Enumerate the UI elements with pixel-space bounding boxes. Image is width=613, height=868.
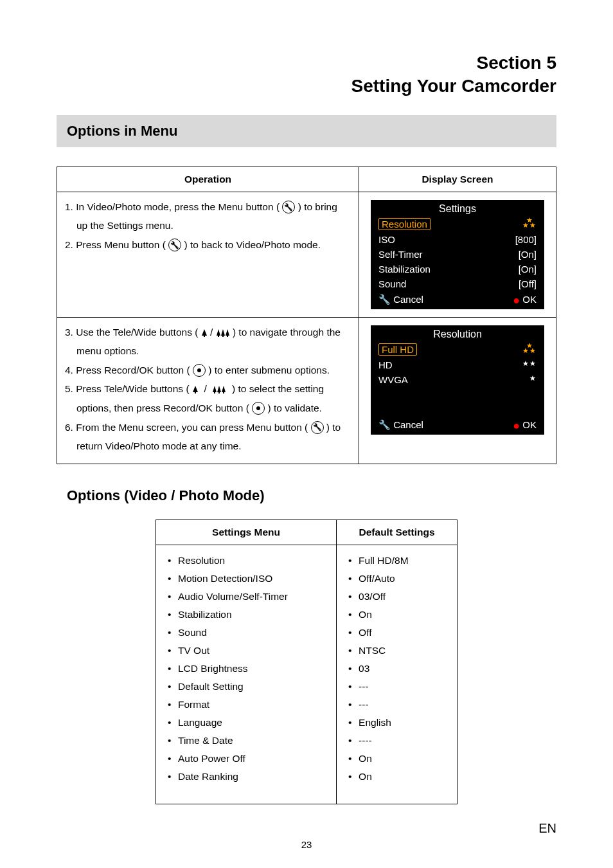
- wide-icon: [216, 328, 230, 337]
- record-dot-icon: ●: [513, 419, 520, 432]
- svg-rect-9: [195, 392, 196, 393]
- svg-marker-2: [217, 329, 220, 336]
- list-item: On: [346, 768, 448, 786]
- list-item: Resolution: [165, 552, 327, 570]
- section-title: Section 5 Setting Your Camcorder: [57, 51, 556, 98]
- lcd-row-selftimer: Self-Timer [On]: [371, 247, 544, 262]
- three-star-icon: ★★★: [522, 218, 537, 230]
- lcd-title: Resolution: [371, 325, 544, 341]
- lcd-cancel: 🔧 Cancel: [378, 419, 423, 431]
- svg-rect-13: [218, 392, 220, 393]
- list-item: Time & Date: [165, 732, 327, 750]
- list-item: Auto Power Off: [165, 750, 327, 768]
- menu-button-icon: [282, 201, 295, 213]
- lcd-ok: ● OK: [513, 294, 537, 305]
- lcd-row-fullhd: Full HD ★★★: [371, 341, 544, 357]
- list-item: ---: [346, 696, 448, 714]
- default-settings-list: Full HD/8M Off/Auto 03/Off On Off NTSC 0…: [346, 552, 448, 786]
- svg-marker-12: [217, 386, 221, 392]
- step-1-line2: up the Settings menu.: [65, 217, 351, 234]
- one-star-icon: ★: [529, 374, 537, 385]
- settings-table: Settings Menu Default Settings Resolutio…: [155, 520, 458, 804]
- list-item: Audio Volume/Self-Timer: [165, 588, 327, 606]
- svg-rect-7: [227, 335, 228, 337]
- list-item: Off/Auto: [346, 570, 448, 588]
- lcd-row-wvga: WVGA ★: [371, 372, 544, 387]
- settings-menu-cell: Resolution Motion Detection/ISO Audio Vo…: [156, 545, 337, 804]
- svg-marker-10: [213, 386, 217, 392]
- display-cell-2: Resolution Full HD ★★★ HD ★★ WVGA ★: [359, 317, 556, 464]
- lcd-footer: 🔧 Cancel ● OK: [371, 417, 544, 435]
- operation-table: Operation Display Screen 1. In Video/Pho…: [57, 167, 556, 464]
- lcd-row-iso: ISO [800]: [371, 232, 544, 247]
- tele-icon: [192, 384, 199, 393]
- step-3-line2: menu options.: [65, 343, 351, 359]
- list-item: Default Setting: [165, 678, 327, 696]
- svg-rect-3: [218, 335, 219, 337]
- display-cell-1: Settings Resolution ★★★ ISO [800] Self-T…: [359, 192, 556, 317]
- svg-rect-5: [222, 335, 224, 337]
- step-6-line1: 6. From the Menu screen, you can press M…: [65, 419, 351, 436]
- op-cell-1: 1. In Video/Photo mode, press the Menu b…: [57, 192, 359, 317]
- section-heading: Setting Your Camcorder: [351, 76, 556, 96]
- record-ok-button-icon: [252, 402, 265, 415]
- two-star-icon: ★★: [522, 359, 537, 370]
- col-header-operation: Operation: [57, 167, 359, 192]
- list-item: ---: [346, 678, 448, 696]
- svg-rect-11: [214, 392, 215, 393]
- list-item: On: [346, 750, 448, 768]
- language-label: EN: [538, 821, 556, 836]
- list-item: Format: [165, 696, 327, 714]
- list-item: NTSC: [346, 642, 448, 660]
- lcd-row-resolution: Resolution ★★★: [371, 216, 544, 232]
- list-item: Date Ranking: [165, 768, 327, 786]
- list-item: 03: [346, 660, 448, 678]
- record-ok-button-icon: [193, 364, 206, 377]
- wrench-icon: 🔧: [378, 419, 391, 430]
- step-3-line1: 3. Use the Tele/Wide buttons ( / ) to na…: [65, 324, 351, 341]
- list-item: Full HD/8M: [346, 552, 448, 570]
- svg-marker-8: [193, 386, 198, 392]
- svg-rect-1: [204, 335, 205, 337]
- list-item: Language: [165, 714, 327, 732]
- list-item: English: [346, 714, 448, 732]
- op-row-2: 3. Use the Tele/Wide buttons ( / ) to na…: [57, 317, 556, 464]
- list-item: Stabilization: [165, 606, 327, 624]
- svg-marker-0: [202, 329, 207, 336]
- step-6-line2: return Video/Photo mode at any time.: [65, 438, 351, 455]
- list-item: Off: [346, 624, 448, 642]
- lcd-title: Settings: [371, 200, 544, 216]
- step-5-line1: 5. Press Tele/Wide buttons ( / ) to sele…: [65, 381, 351, 397]
- page: Section 5 Setting Your Camcorder Options…: [0, 0, 613, 868]
- default-settings-cell: Full HD/8M Off/Auto 03/Off On Off NTSC 0…: [337, 545, 458, 804]
- lcd-row-stabilization: Stabilization [On]: [371, 262, 544, 276]
- svg-marker-4: [221, 329, 225, 336]
- col-header-default-settings: Default Settings: [337, 520, 458, 545]
- col-header-display-screen: Display Screen: [359, 167, 556, 192]
- wrench-icon: 🔧: [378, 294, 391, 305]
- op-cell-2: 3. Use the Tele/Wide buttons ( / ) to na…: [57, 317, 359, 464]
- step-5-line2: options, then press Record/OK button ( )…: [65, 400, 351, 417]
- lcd-settings-screenshot: Settings Resolution ★★★ ISO [800] Self-T…: [371, 200, 544, 309]
- lcd-footer: 🔧 Cancel ● OK: [371, 291, 544, 309]
- lcd-row-hd: HD ★★: [371, 357, 544, 372]
- menu-button-icon: [311, 421, 324, 434]
- list-item: On: [346, 606, 448, 624]
- col-header-settings-menu: Settings Menu: [156, 520, 337, 545]
- section-number: Section 5: [477, 53, 556, 73]
- tele-icon: [201, 328, 208, 337]
- lcd-row-sound: Sound [Off]: [371, 276, 544, 291]
- list-item: Sound: [165, 624, 327, 642]
- page-number: 23: [0, 839, 613, 850]
- op-row-1: 1. In Video/Photo mode, press the Menu b…: [57, 192, 556, 317]
- svg-rect-15: [223, 392, 224, 393]
- settings-menu-list: Resolution Motion Detection/ISO Audio Vo…: [165, 552, 327, 786]
- wide-icon: [212, 384, 226, 393]
- list-item: Motion Detection/ISO: [165, 570, 327, 588]
- svg-marker-6: [226, 329, 229, 336]
- step-1-line1: 1. In Video/Photo mode, press the Menu b…: [65, 199, 351, 215]
- svg-marker-14: [222, 386, 226, 392]
- subheading-options-in-menu: Options in Menu: [57, 115, 556, 147]
- list-item: ----: [346, 732, 448, 750]
- subheading-options-video-photo: Options (Video / Photo Mode): [57, 487, 556, 504]
